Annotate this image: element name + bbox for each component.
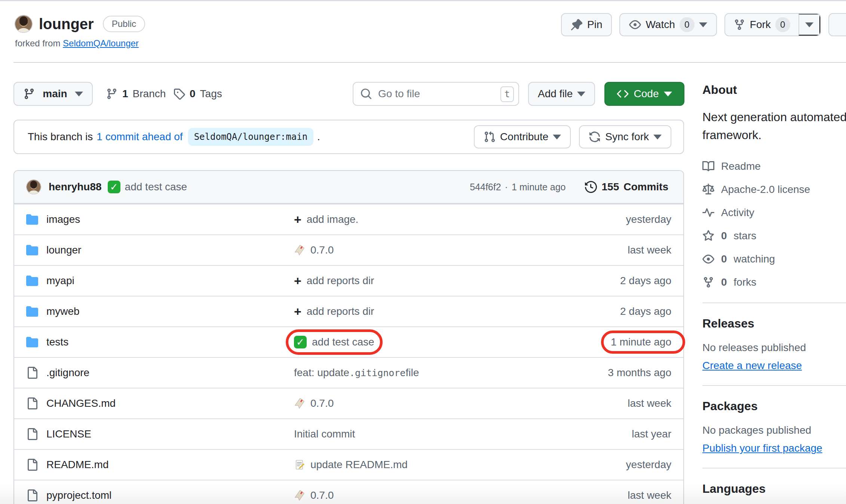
owner-avatar[interactable] [15, 15, 33, 33]
file-name-link[interactable]: pyproject.toml [46, 489, 111, 501]
file-name-link[interactable]: images [46, 213, 80, 225]
file-icon [26, 459, 38, 471]
watch-label: Watch [646, 19, 675, 31]
branch-selector-button[interactable]: main [13, 82, 93, 106]
commit-author[interactable]: henryhu88 [49, 181, 102, 193]
folder-icon [26, 336, 38, 348]
upstream-ref: SeldomQA/lounger:main [188, 128, 313, 146]
star-button[interactable] [828, 13, 846, 36]
file-name-link[interactable]: CHANGES.md [46, 397, 116, 409]
sync-icon [589, 131, 601, 143]
row-message: 0.7.0 [310, 244, 334, 256]
commit-date[interactable]: yesterday [626, 213, 671, 225]
commit-message-link[interactable]: add test case [125, 181, 187, 193]
commit-date[interactable]: last week [628, 489, 671, 501]
sidebar-divider [702, 385, 846, 386]
row-message: add image. [307, 213, 359, 225]
commit-date[interactable]: last year [632, 428, 671, 440]
chevron-down-icon [653, 135, 662, 139]
commit-sha[interactable]: 544f6f2 [470, 182, 501, 193]
table-row[interactable]: lounger 0.7.0 last week [14, 234, 683, 265]
sidebar-item-activity[interactable]: Activity [702, 206, 846, 219]
avatar-image [26, 179, 41, 194]
commit-date[interactable]: last week [628, 397, 671, 409]
row-message: Initial commit [294, 428, 355, 440]
chevron-down-icon [805, 22, 813, 27]
sidebar-item-forks[interactable]: 0 forks [702, 276, 846, 289]
create-release-link[interactable]: Create a new release [702, 360, 802, 372]
commit-message-link[interactable]: 0.7.0 [294, 489, 334, 501]
file-name-link[interactable]: tests [46, 336, 68, 348]
commit-date[interactable]: last week [628, 244, 671, 256]
table-row[interactable]: myweb + add reports dir 2 days ago [14, 296, 683, 326]
go-to-file-search: t [353, 82, 519, 106]
file-name-link[interactable]: README.md [46, 459, 108, 471]
code-button[interactable]: Code [604, 82, 684, 106]
repo-title[interactable]: lounger [39, 16, 94, 33]
header-divider [13, 62, 846, 63]
tags-link[interactable]: 0 Tags [173, 82, 222, 106]
sync-fork-button[interactable]: Sync fork [579, 125, 671, 148]
file-name-link[interactable]: myapi [46, 275, 74, 287]
table-row[interactable]: README.md update README.md yesterday [14, 449, 683, 480]
table-row[interactable]: CHANGES.md 0.7.0 last week [14, 388, 683, 418]
watch-button[interactable]: Watch 0 [619, 13, 717, 36]
fork-count: 0 [775, 17, 790, 32]
commit-message-link[interactable]: Initial commit [294, 428, 355, 440]
table-row[interactable]: pyproject.toml 0.7.0 last week [14, 480, 683, 504]
file-icon [26, 428, 38, 440]
add-file-button[interactable]: Add file [528, 82, 595, 106]
fork-button[interactable]: Fork 0 [725, 14, 799, 36]
row-message: add test case [312, 336, 374, 348]
table-row[interactable]: tests ✓ add test case 1 minute ago [14, 326, 683, 357]
branches-link[interactable]: 1 Branch [106, 82, 166, 106]
commit-message-link[interactable]: + add reports dir [294, 274, 374, 287]
commit-date[interactable]: 1 minute ago [611, 336, 671, 348]
folder-icon [26, 244, 38, 256]
table-row[interactable]: myapi + add reports dir 2 days ago [14, 265, 683, 296]
pin-button[interactable]: Pin [561, 13, 612, 36]
commit-date[interactable]: 3 months ago [608, 367, 671, 379]
plus-emoji: + [294, 274, 301, 287]
sidebar-item-label: watching [734, 253, 775, 265]
commit-date[interactable]: 2 days ago [620, 305, 671, 317]
contribute-button[interactable]: Contribute [474, 125, 571, 148]
commits-ahead-link[interactable]: 1 commit ahead of [96, 131, 183, 143]
publish-package-link[interactable]: Publish your first package [702, 442, 822, 454]
fork-dropdown-button[interactable] [799, 14, 820, 36]
code-icon [617, 88, 629, 100]
check-emoji: ✓ [294, 336, 307, 348]
row-message: update README.md [310, 459, 408, 471]
watching-count: 0 [721, 253, 727, 265]
folder-icon [26, 275, 38, 287]
commit-message-link[interactable]: 0.7.0 [294, 244, 334, 256]
file-name-link[interactable]: lounger [46, 244, 81, 256]
sidebar-item-readme[interactable]: Readme [702, 160, 846, 173]
repo-description: Next generation automated testing framew… [702, 108, 846, 144]
commit-date[interactable]: yesterday [626, 459, 671, 471]
forked-from-link[interactable]: SeldomQA/lounger [63, 38, 139, 48]
commit-message-link[interactable]: 0.7.0 [294, 397, 334, 409]
file-name-link[interactable]: myweb [46, 305, 80, 317]
commit-message-link[interactable]: + add reports dir [294, 305, 374, 318]
commit-author-avatar[interactable] [26, 179, 41, 194]
commit-message-link[interactable]: ✓ add test case [294, 336, 374, 348]
file-name-link[interactable]: .gitignore [46, 367, 89, 379]
contribute-label: Contribute [500, 131, 548, 143]
sidebar-item-license[interactable]: Apache-2.0 license [702, 183, 846, 196]
commit-message-link[interactable]: feat: update .gitignore file [294, 367, 419, 379]
table-row[interactable]: LICENSE Initial commit last year [14, 418, 683, 449]
commit-message-link[interactable]: + add image. [294, 213, 358, 226]
table-row[interactable]: images + add image. yesterday [14, 204, 683, 234]
file-name-link[interactable]: LICENSE [46, 428, 91, 440]
commit-date[interactable]: 2 days ago [620, 275, 671, 287]
repo-page: lounger Public forked from SeldomQA/loun… [0, 0, 846, 504]
row-message: 0.7.0 [310, 397, 334, 409]
table-row[interactable]: .gitignore feat: update .gitignore file … [14, 357, 683, 388]
search-input[interactable] [353, 82, 519, 106]
commit-message-link[interactable]: update README.md [294, 459, 408, 471]
sidebar-item-label: forks [734, 276, 757, 288]
sidebar-item-watching[interactable]: 0 watching [702, 252, 846, 266]
sidebar-item-stars[interactable]: 0 stars [702, 229, 846, 243]
history-link[interactable]: 155 Commits [585, 181, 668, 193]
